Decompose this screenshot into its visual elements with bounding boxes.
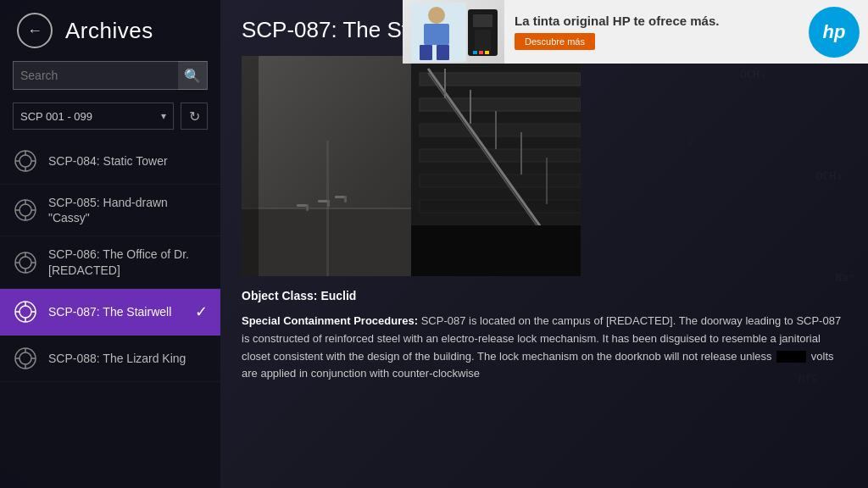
nav-list: SCP-084: Static Tower SCP-085: Hand-draw… [0,138,220,488]
ad-banner[interactable]: La tinta original HP te ofrece más. Desc… [403,0,868,64]
ad-title: La tinta original HP te ofrece más. [515,14,798,28]
svg-rect-57 [420,149,581,162]
nav-item-label: SCP-088: The Lizard King [48,351,208,366]
svg-point-1 [428,7,445,24]
content-body: Special Containment Procedures: SCP-087 … [242,313,847,383]
search-input[interactable] [14,69,178,82]
sidebar-item-scp-084[interactable]: SCP-084: Static Tower [0,138,220,185]
svg-rect-70 [242,56,411,276]
svg-point-18 [19,204,31,216]
svg-point-30 [19,306,31,318]
svg-rect-58 [420,175,581,187]
svg-rect-69 [411,225,581,276]
nav-item-label: SCP-086: The Office of Dr. [REDACTED] [48,247,208,277]
sidebar-item-scp-085[interactable]: SCP-085: Hand-drawn "Cassy" [0,185,220,236]
main-layout: ← Archives 🔍 SCP 001 - 099 ▾ ↻ [0,0,868,488]
svg-rect-55 [420,98,581,111]
sidebar-item-scp-086[interactable]: SCP-086: The Office of Dr. [REDACTED] [0,236,220,288]
nav-item-label: SCP-084: Static Tower [48,153,208,169]
sidebar: ← Archives 🔍 SCP 001 - 099 ▾ ↻ [0,0,220,488]
svg-rect-10 [485,51,489,54]
filter-dropdown[interactable]: SCP 001 - 099 ▾ [13,103,174,130]
svg-rect-8 [473,51,477,54]
scp-icon [13,197,38,223]
chevron-down-icon: ▾ [161,110,166,122]
search-button[interactable]: 🔍 [178,61,207,90]
svg-rect-2 [424,24,449,45]
object-class: Object Class: Euclid [242,289,847,302]
nav-item-label: SCP-087: The Stairwell [48,304,185,319]
filter-label: SCP 001 - 099 [20,110,92,123]
redacted-block [776,351,806,363]
scp-icon [13,346,38,371]
object-class-value: Euclid [320,289,356,302]
back-button[interactable]: ← [17,13,53,48]
filter-row: SCP 001 - 099 ▾ ↻ [0,98,220,138]
content-area: OCH₃ OCH₃ Na⁺ NfS O⁻ SCP-087: The Stairw… [220,0,868,488]
sidebar-item-scp-087[interactable]: SCP-087: The Stairwell ✓ [0,289,220,336]
back-icon: ← [27,22,42,40]
svg-point-36 [19,352,31,364]
search-box: 🔍 [13,61,208,90]
svg-rect-56 [420,124,581,136]
svg-point-12 [19,155,31,167]
svg-rect-3 [420,45,432,60]
scp-icon [13,148,38,174]
scp-icon [13,299,38,324]
header-area: ← Archives [0,0,220,57]
sidebar-item-scp-088[interactable]: SCP-088: The Lizard King [0,336,220,382]
ad-image [403,0,504,64]
svg-rect-9 [479,51,483,54]
svg-rect-7 [475,30,491,51]
svg-point-24 [19,257,31,269]
search-icon: 🔍 [184,68,201,84]
nav-item-label: SCP-085: Hand-drawn "Cassy" [48,195,208,225]
svg-rect-54 [420,73,581,86]
svg-rect-59 [420,200,581,213]
app-title: Archives [65,18,153,44]
svg-rect-4 [437,45,449,60]
scp-icon [13,250,38,275]
sort-icon: ↻ [189,108,200,125]
object-class-label: Object Class: [242,289,317,302]
ad-content: La tinta original HP te ofrece más. Desc… [504,7,809,57]
sort-button[interactable]: ↻ [181,103,208,130]
procedures-label: Special Containment Procedures: [242,314,418,327]
search-area: 🔍 [0,57,220,98]
content-image [242,56,581,276]
ad-discover-button[interactable]: Descubre más [515,33,595,50]
active-checkmark: ✓ [195,302,208,321]
ad-hp-logo[interactable]: hp [809,7,860,58]
svg-rect-6 [473,14,492,27]
